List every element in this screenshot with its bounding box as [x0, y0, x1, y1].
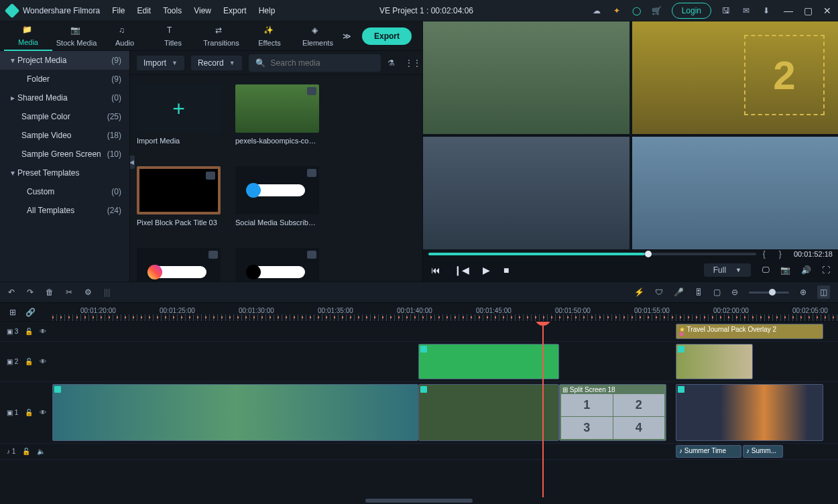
- lock-icon[interactable]: 🔓: [25, 328, 33, 335]
- media-card[interactable]: pexels-kaboompics-com-...: [235, 84, 319, 145]
- collapse-handle[interactable]: ◀: [130, 155, 135, 169]
- login-button[interactable]: Login: [672, 3, 711, 19]
- menu-tools[interactable]: Tools: [163, 6, 182, 15]
- sidebar-item-all-templates[interactable]: All Templates(24): [0, 201, 129, 220]
- zoom-out-button[interactable]: ⊖: [731, 288, 738, 297]
- crop-icon[interactable]: ▢: [713, 288, 721, 297]
- mark-out-icon[interactable]: }: [779, 249, 782, 259]
- mail-icon[interactable]: ✉: [741, 5, 752, 16]
- lock-icon[interactable]: 🔓: [25, 358, 33, 365]
- record-dropdown[interactable]: Record▼: [191, 56, 242, 70]
- lock-icon[interactable]: 🔓: [25, 409, 33, 416]
- playhead[interactable]: ✂: [542, 322, 544, 497]
- audio-icon[interactable]: |||: [104, 288, 110, 297]
- timeline-clip[interactable]: ★ Travel Journal Pack Overlay 2 ◆: [676, 324, 823, 339]
- sparkle-icon[interactable]: ✦: [611, 5, 622, 16]
- stop-button[interactable]: ■: [503, 265, 509, 275]
- quality-dropdown[interactable]: Full▼: [704, 263, 751, 277]
- marker-icon[interactable]: 🛡: [655, 288, 663, 297]
- mark-in-icon[interactable]: {: [763, 249, 766, 259]
- voiceover-icon[interactable]: 🎤: [674, 288, 684, 297]
- tab-titles[interactable]: T Titles: [149, 21, 197, 51]
- preview-canvas[interactable]: 2: [423, 21, 838, 249]
- download-icon[interactable]: ⬇: [761, 5, 772, 16]
- timeline-clip[interactable]: [676, 344, 753, 379]
- split-button[interactable]: ✂: [66, 288, 72, 297]
- cart-icon[interactable]: 🛒: [652, 5, 662, 16]
- tab-elements[interactable]: ◈ Elements: [294, 21, 342, 51]
- media-card[interactable]: Social Media Subscribe P...: [235, 248, 319, 281]
- tab-audio[interactable]: ♫ Audio: [101, 21, 149, 51]
- sidebar-item-preset-templates[interactable]: ▾Preset Templates: [0, 164, 129, 182]
- adjust-icon[interactable]: ⚙: [84, 288, 92, 297]
- undo-button[interactable]: ↶: [8, 288, 15, 297]
- track-manager-icon[interactable]: ⊞: [9, 308, 16, 317]
- timeline-audio-clip[interactable]: ♪ Summ...: [743, 445, 783, 458]
- horizontal-scrollbar[interactable]: [0, 497, 838, 504]
- zoom-slider[interactable]: [749, 292, 789, 294]
- eye-icon[interactable]: 👁: [40, 409, 46, 416]
- seek-knob[interactable]: [645, 251, 652, 257]
- volume-icon[interactable]: 🔊: [801, 265, 811, 275]
- menu-help[interactable]: Help: [259, 6, 276, 15]
- link-icon[interactable]: 🔗: [25, 308, 36, 317]
- save-icon[interactable]: 🖫: [721, 5, 731, 16]
- menu-export[interactable]: Export: [223, 6, 247, 15]
- render-icon[interactable]: ⚡: [634, 288, 644, 297]
- media-card[interactable]: Social Media Subscribe P...: [235, 166, 319, 227]
- menu-view[interactable]: View: [194, 6, 211, 15]
- timeline-clip[interactable]: [418, 384, 559, 441]
- fit-icon[interactable]: ◫: [817, 286, 830, 299]
- menu-edit[interactable]: Edit: [137, 6, 152, 15]
- play-button[interactable]: ▶: [483, 265, 490, 275]
- lock-icon[interactable]: 🔓: [22, 448, 30, 455]
- import-dropdown[interactable]: Import▼: [137, 56, 184, 70]
- snapshot-icon[interactable]: 📷: [780, 265, 790, 275]
- sidebar-item-folder[interactable]: Folder(9): [0, 70, 129, 88]
- sidebar-item-sample-video[interactable]: Sample Video(18): [0, 126, 129, 145]
- step-back-button[interactable]: ❙◀: [454, 265, 469, 275]
- export-button[interactable]: Export: [362, 27, 412, 45]
- tab-stock-media[interactable]: 📷 Stock Media: [52, 21, 101, 51]
- timeline-ruler[interactable]: 00:01:20:00 00:01:25:00 00:01:30:00 00:0…: [52, 303, 838, 321]
- mute-icon[interactable]: 🔈: [37, 448, 45, 455]
- display-icon[interactable]: 🖵: [762, 265, 770, 275]
- eye-icon[interactable]: 👁: [40, 328, 46, 335]
- menu-file[interactable]: File: [112, 6, 125, 15]
- zoom-in-button[interactable]: ⊕: [800, 288, 806, 297]
- eye-icon[interactable]: 👁: [40, 358, 46, 365]
- maximize-button[interactable]: ▢: [804, 5, 813, 16]
- media-card[interactable]: Social Media Subscribe P...: [137, 248, 221, 281]
- fullscreen-icon[interactable]: ⛶: [822, 265, 830, 275]
- cloud-icon[interactable]: ☁: [591, 5, 602, 16]
- close-button[interactable]: ✕: [823, 5, 831, 16]
- mixer-icon[interactable]: 🎛: [695, 288, 703, 297]
- search-box[interactable]: 🔍: [249, 54, 381, 72]
- redo-button[interactable]: ↷: [27, 288, 34, 297]
- media-card[interactable]: Pixel Block Pack Title 03: [137, 166, 221, 227]
- media-import-card[interactable]: + Import Media: [137, 84, 221, 145]
- sidebar-item-sample-color[interactable]: Sample Color(25): [0, 107, 129, 126]
- timeline-audio-clip[interactable]: ♪ Summer Time: [676, 445, 741, 458]
- grid-view-icon[interactable]: ⋮⋮⋮: [405, 58, 416, 68]
- timeline-clip[interactable]: [676, 384, 823, 441]
- tabs-more-button[interactable]: ≫: [343, 32, 351, 41]
- minimize-button[interactable]: —: [784, 5, 793, 16]
- preview-panel: 2 { } 00:01:52:18 ⏮ ❙◀ ▶ ■ Full▼ 🖵 📷 🔊 ⛶: [422, 21, 838, 281]
- timeline-clip-splitscreen[interactable]: ⊞ Split Screen 18 1 2 3 4: [559, 384, 666, 441]
- delete-button[interactable]: 🗑: [46, 288, 54, 297]
- search-input[interactable]: [271, 58, 374, 68]
- headset-icon[interactable]: ◯: [632, 5, 642, 16]
- preview-seekbar[interactable]: { } 00:01:52:18: [423, 249, 838, 259]
- timeline-clip[interactable]: [52, 384, 418, 441]
- sidebar-item-shared-media[interactable]: ▸Shared Media(0): [0, 88, 129, 107]
- filter-icon[interactable]: ⚗: [387, 58, 398, 68]
- tab-media[interactable]: 📁 Media: [4, 21, 52, 51]
- sidebar-item-sample-green-screen[interactable]: Sample Green Screen(10): [0, 145, 129, 164]
- sidebar-item-custom[interactable]: Custom(0): [0, 182, 129, 201]
- tab-effects[interactable]: ✨ Effects: [245, 21, 294, 51]
- timeline-clip[interactable]: [418, 344, 559, 379]
- prev-frame-button[interactable]: ⏮: [431, 265, 440, 275]
- tab-transitions[interactable]: ⇄ Transitions: [197, 21, 245, 51]
- sidebar-item-project-media[interactable]: ▾Project Media(9): [0, 51, 129, 70]
